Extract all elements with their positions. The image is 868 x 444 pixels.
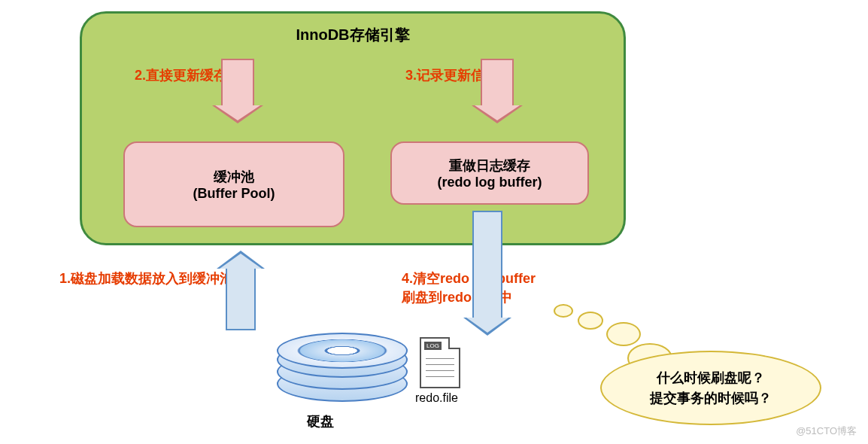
log-file-icon: LOG [420,337,460,388]
redo-buffer-title: 重做日志缓存 [392,157,587,175]
arrow-to-buffer-pool [221,59,254,107]
arrow-disk-to-buffer [226,267,256,330]
thought-bubble-main: 什么时候刷盘呢？ 提交事务的时候吗？ [600,351,821,425]
disk-label: 硬盘 [307,412,334,430]
step-4-label: 4.清空redo log buffer 刷盘到redo日志中 [402,269,536,307]
step-4-line2: 刷盘到redo日志中 [402,288,536,307]
bubble-line1: 什么时候刷盘呢？ [602,368,820,388]
redo-buffer-subtitle: (redo log buffer) [392,175,587,190]
step-4-line1: 4.清空redo log buffer [402,269,536,288]
innodb-engine-container: InnoDB存储引擎 2.直接更新缓存数据 3.记录更新信息 缓冲池 (Buff… [80,11,626,245]
engine-title: InnoDB存储引擎 [82,25,624,45]
watermark: @51CTO博客 [796,424,857,438]
log-file-tag: LOG [424,342,442,350]
buffer-pool-subtitle: (Buffer Pool) [125,186,343,202]
redo-log-buffer-box: 重做日志缓存 (redo log buffer) [390,141,589,205]
step-1-label: 1.磁盘加载数据放入到缓冲池 [59,269,233,287]
thought-bubble-dot-1 [554,304,573,318]
redo-file-label: redo.file [415,391,458,405]
arrow-to-redo-buffer [481,59,514,107]
arrow-redo-to-disk [472,211,502,319]
thought-bubble-dot-2 [578,312,603,330]
buffer-pool-box: 缓冲池 (Buffer Pool) [123,141,344,227]
thought-bubble-dot-3 [606,322,641,346]
buffer-pool-title: 缓冲池 [125,168,343,186]
disk-stack-icon [277,333,405,400]
bubble-line2: 提交事务的时候吗？ [602,388,820,409]
